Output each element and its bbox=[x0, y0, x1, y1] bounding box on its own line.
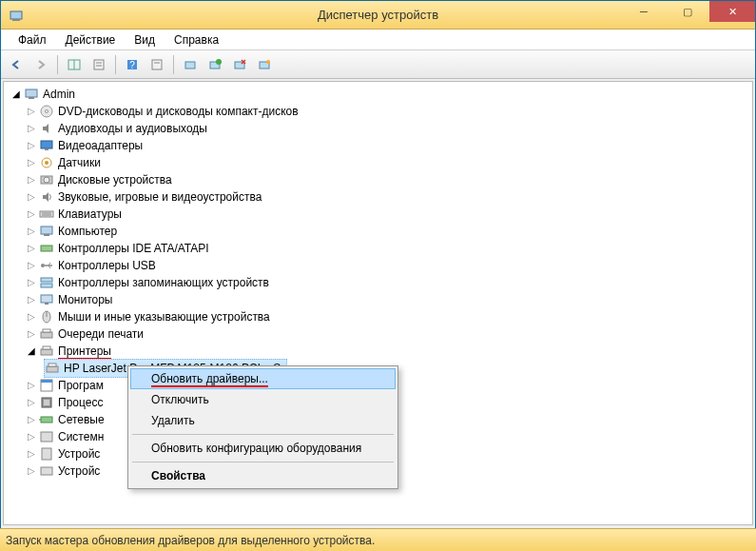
ctx-update-drivers-label: Обновить драйверы... bbox=[151, 372, 268, 387]
hid-icon bbox=[39, 463, 54, 479]
expand-arrow-icon[interactable]: ▷ bbox=[25, 447, 38, 461]
svg-rect-50 bbox=[41, 380, 52, 383]
tree-item-label: Контроллеры запоминающих устройств bbox=[58, 274, 269, 291]
svg-rect-32 bbox=[41, 246, 52, 251]
title-bar: Диспетчер устройств ─ ▢ ✕ bbox=[1, 1, 755, 30]
svg-rect-48 bbox=[48, 364, 56, 366]
expand-arrow-icon[interactable]: ▷ bbox=[25, 379, 38, 392]
tree-category[interactable]: ▷Дисковые устройства bbox=[4, 171, 752, 188]
svg-rect-40 bbox=[45, 303, 48, 305]
close-button[interactable]: ✕ bbox=[709, 1, 755, 22]
tree-category[interactable]: ▷Видеоадаптеры bbox=[4, 137, 752, 154]
svg-rect-27 bbox=[40, 211, 53, 217]
tree-category[interactable]: ▷Очереди печати bbox=[4, 325, 752, 343]
expand-arrow-icon[interactable]: ▷ bbox=[25, 430, 38, 443]
status-text: Запуск мастера обновления драйверов для … bbox=[6, 534, 375, 547]
expand-arrow-icon[interactable]: ▷ bbox=[25, 190, 38, 204]
tree-item-label: Admin bbox=[43, 86, 75, 103]
expand-arrow-icon[interactable]: ◢ bbox=[10, 88, 23, 101]
cpu-icon bbox=[39, 395, 54, 410]
tb-disable-icon[interactable] bbox=[253, 53, 276, 76]
svg-rect-57 bbox=[41, 467, 52, 475]
tree-category[interactable]: ▷Датчики bbox=[4, 154, 752, 171]
menu-help[interactable]: Справка bbox=[165, 31, 228, 49]
ctx-scan-hardware[interactable]: Обновить конфигурацию оборудования bbox=[130, 438, 396, 459]
tree-item-label: Аудиовходы и аудиовыходы bbox=[58, 120, 207, 137]
minimize-button[interactable]: ─ bbox=[622, 1, 666, 22]
menu-file[interactable]: Файл bbox=[9, 31, 56, 49]
tree-item-label: Системн bbox=[58, 428, 104, 445]
ctx-disable[interactable]: Отключить bbox=[130, 389, 396, 410]
expand-arrow-icon[interactable]: ▷ bbox=[25, 105, 38, 118]
svg-rect-21 bbox=[41, 141, 52, 148]
tb-scan-icon[interactable] bbox=[179, 53, 202, 76]
tree-item-label: Устройс bbox=[58, 462, 100, 480]
tree-category[interactable]: ▷DVD-дисководы и дисководы компакт-диско… bbox=[4, 103, 752, 120]
tb-uninstall-icon[interactable] bbox=[228, 53, 251, 76]
expand-arrow-icon[interactable]: ▷ bbox=[25, 396, 38, 409]
tb-properties-icon[interactable] bbox=[87, 53, 110, 76]
tree-item-label: Сетевые bbox=[58, 411, 105, 428]
storage-icon bbox=[39, 275, 54, 290]
device-tree-panel: ◢Admin▷DVD-дисководы и дисководы компакт… bbox=[3, 81, 753, 525]
system-icon bbox=[39, 429, 54, 444]
device-icon bbox=[39, 446, 54, 462]
expand-arrow-icon[interactable]: ▷ bbox=[25, 207, 38, 221]
toolbar-separator bbox=[57, 55, 58, 74]
svg-rect-47 bbox=[47, 366, 58, 372]
app-icon bbox=[7, 6, 26, 25]
tb-help-icon[interactable]: ? bbox=[121, 53, 144, 76]
tree-item-label: Програм bbox=[58, 377, 104, 394]
expand-arrow-icon[interactable]: ▷ bbox=[25, 122, 38, 135]
expand-arrow-icon[interactable]: ▷ bbox=[25, 293, 38, 306]
expand-arrow-icon[interactable]: ▷ bbox=[25, 139, 38, 152]
expand-arrow-icon[interactable]: ▷ bbox=[25, 259, 38, 272]
program-icon bbox=[39, 378, 54, 393]
menu-action[interactable]: Действие bbox=[56, 31, 126, 49]
expand-arrow-icon[interactable]: ▷ bbox=[25, 242, 38, 255]
expand-arrow-icon[interactable]: ▷ bbox=[25, 310, 38, 324]
usb-icon bbox=[39, 258, 54, 273]
tb-update-driver-icon[interactable] bbox=[204, 53, 226, 76]
tree-category[interactable]: ▷Контроллеры IDE ATA/ATAPI bbox=[4, 240, 752, 257]
tree-category[interactable]: ▷Аудиовходы и аудиовыходы bbox=[4, 120, 752, 137]
expand-arrow-icon[interactable]: ◢ bbox=[25, 344, 38, 358]
tree-item-label: Мыши и иные указывающие устройства bbox=[58, 308, 270, 325]
tree-category-printers[interactable]: ◢Принтеры bbox=[4, 343, 752, 360]
tree-category[interactable]: ▷Звуковые, игровые и видеоустройства bbox=[4, 188, 752, 206]
tree-category[interactable]: ▷Мыши и иные указывающие устройства bbox=[4, 308, 752, 325]
expand-arrow-icon[interactable]: ▷ bbox=[25, 173, 38, 187]
expand-arrow-icon[interactable]: ▷ bbox=[25, 413, 38, 426]
maximize-button[interactable]: ▢ bbox=[666, 1, 709, 22]
back-button[interactable] bbox=[5, 53, 28, 76]
tree-item-label: Датчики bbox=[58, 154, 101, 171]
expand-arrow-icon[interactable]: ▷ bbox=[25, 276, 38, 289]
tb-show-hidden-icon[interactable] bbox=[63, 53, 86, 76]
tree-category[interactable]: ▷Контроллеры USB bbox=[4, 257, 752, 274]
ctx-update-drivers[interactable]: Обновить драйверы... bbox=[130, 368, 396, 389]
printer-icon bbox=[39, 344, 54, 359]
forward-button[interactable] bbox=[29, 53, 52, 76]
tree-category[interactable]: ▷Компьютер bbox=[4, 223, 752, 240]
toolbar: ? bbox=[1, 50, 755, 79]
window-controls: ─ ▢ ✕ bbox=[622, 1, 755, 29]
svg-rect-39 bbox=[41, 295, 52, 303]
ctx-properties[interactable]: Свойства bbox=[130, 465, 396, 486]
menu-view[interactable]: Вид bbox=[125, 31, 165, 49]
tree-category[interactable]: ▷Клавиатуры bbox=[4, 206, 752, 223]
ctx-delete[interactable]: Удалить bbox=[130, 410, 396, 431]
expand-arrow-icon[interactable]: ▷ bbox=[25, 225, 38, 238]
tree-category[interactable]: ▷Мониторы bbox=[4, 291, 752, 308]
tree-item-label: Контроллеры USB bbox=[58, 257, 156, 274]
svg-rect-31 bbox=[44, 234, 49, 236]
svg-point-16 bbox=[266, 60, 270, 64]
svg-rect-17 bbox=[26, 89, 37, 97]
expand-arrow-icon[interactable]: ▷ bbox=[25, 327, 38, 341]
printer-icon bbox=[45, 361, 60, 376]
tree-category[interactable]: ▷Контроллеры запоминающих устройств bbox=[4, 274, 752, 291]
tree-root[interactable]: ◢Admin bbox=[4, 86, 752, 103]
expand-arrow-icon[interactable]: ▷ bbox=[25, 464, 38, 478]
status-bar: Запуск мастера обновления драйверов для … bbox=[0, 528, 756, 551]
expand-arrow-icon[interactable]: ▷ bbox=[25, 156, 38, 169]
tb-list-icon[interactable] bbox=[145, 53, 168, 76]
